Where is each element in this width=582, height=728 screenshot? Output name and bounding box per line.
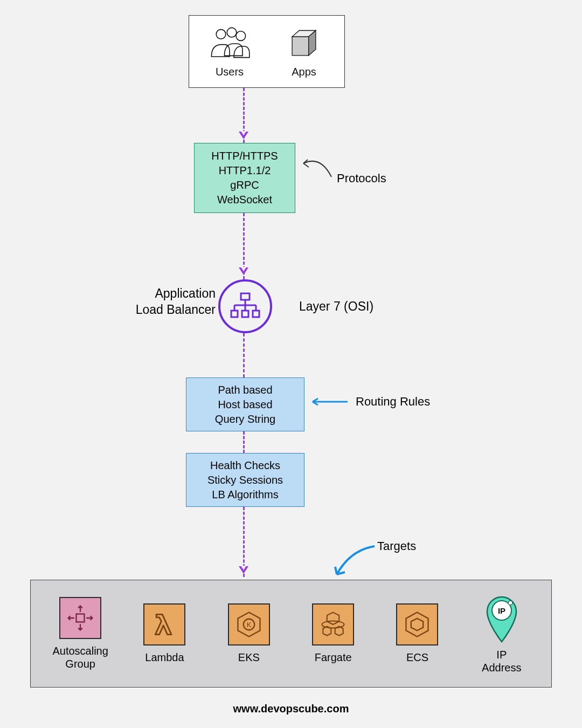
target-label: ECS bbox=[406, 651, 428, 664]
protocol-line: HTTP1.1/2 bbox=[219, 163, 271, 178]
target-label: EKS bbox=[238, 651, 260, 664]
target-eks: K EKS bbox=[209, 603, 289, 664]
protocol-line: gRPC bbox=[230, 178, 259, 193]
target-autoscaling: Autoscaling Group bbox=[40, 597, 121, 670]
svg-marker-20 bbox=[327, 613, 339, 624]
routing-line: Query String bbox=[215, 412, 275, 427]
users-item: Users bbox=[208, 25, 251, 78]
protocol-line: WebSocket bbox=[217, 193, 272, 207]
svg-marker-3 bbox=[292, 37, 309, 56]
target-label: Fargate bbox=[315, 651, 352, 664]
svg-rect-16 bbox=[77, 614, 85, 622]
routing-pointer-arrow bbox=[307, 396, 350, 407]
routing-rules-box: Path based Host based Query String bbox=[186, 377, 304, 431]
targets-side-label: Targets bbox=[377, 539, 416, 553]
apps-label: Apps bbox=[292, 66, 316, 78]
routing-line: Path based bbox=[218, 383, 272, 397]
targets-pointer-arrow bbox=[329, 542, 377, 582]
clients-box: Users Apps bbox=[189, 15, 345, 88]
target-lambda: Lambda bbox=[124, 603, 205, 664]
svg-point-28 bbox=[508, 601, 512, 605]
svg-point-2 bbox=[236, 31, 246, 41]
health-line: Health Checks bbox=[210, 458, 280, 473]
target-ip: IP IP Address bbox=[461, 593, 542, 674]
apps-item: Apps bbox=[282, 25, 325, 78]
svg-rect-13 bbox=[242, 311, 248, 317]
svg-rect-6 bbox=[241, 293, 250, 300]
arrow-routing-to-health bbox=[243, 431, 247, 453]
routing-line: Host based bbox=[218, 397, 272, 412]
load-balancer-icon bbox=[229, 292, 261, 321]
protocols-box: HTTP/HTTPS HTTP1.1/2 gRPC WebSocket bbox=[194, 143, 295, 213]
alb-node bbox=[218, 279, 272, 333]
fargate-icon bbox=[312, 603, 354, 645]
eks-icon: K bbox=[228, 603, 270, 645]
target-ecs: ECS bbox=[377, 603, 458, 664]
ecs-icon bbox=[396, 603, 438, 645]
svg-text:IP: IP bbox=[498, 606, 505, 615]
alb-architecture-diagram: Users Apps HTTP/HTTPS HTTP1.1/2 gRPC Web… bbox=[0, 0, 582, 728]
target-fargate: Fargate bbox=[293, 603, 373, 664]
arrow-alb-to-routing bbox=[243, 333, 247, 377]
alb-title: Application Load Balancer bbox=[108, 286, 216, 318]
target-label: Autoscaling Group bbox=[52, 644, 108, 670]
svg-marker-25 bbox=[411, 619, 423, 630]
apps-cube-icon bbox=[282, 25, 325, 63]
protocols-side-label: Protocols bbox=[337, 171, 386, 186]
autoscaling-group-icon bbox=[59, 597, 101, 639]
lambda-icon bbox=[143, 603, 185, 645]
users-label: Users bbox=[216, 66, 244, 78]
svg-point-0 bbox=[216, 30, 226, 39]
targets-container: Autoscaling Group Lambda K bbox=[30, 580, 552, 688]
target-label: IP Address bbox=[482, 648, 521, 674]
target-label: Lambda bbox=[145, 651, 184, 664]
health-checks-box: Health Checks Sticky Sessions LB Algorit… bbox=[186, 453, 304, 507]
svg-marker-24 bbox=[406, 613, 428, 637]
users-icon bbox=[208, 25, 251, 63]
protocol-line: HTTP/HTTPS bbox=[211, 149, 278, 163]
svg-rect-12 bbox=[231, 311, 238, 317]
svg-rect-14 bbox=[253, 311, 259, 317]
svg-text:K: K bbox=[246, 621, 251, 629]
alb-layer-label: Layer 7 (OSI) bbox=[299, 299, 373, 314]
health-line: Sticky Sessions bbox=[207, 473, 283, 487]
ip-address-pin-icon: IP bbox=[483, 593, 521, 643]
svg-point-1 bbox=[227, 28, 237, 37]
footer-attribution: www.devopscube.com bbox=[0, 703, 582, 715]
protocols-pointer-arrow bbox=[299, 150, 337, 182]
health-line: LB Algorithms bbox=[212, 487, 278, 502]
routing-side-label: Routing Rules bbox=[356, 395, 430, 409]
